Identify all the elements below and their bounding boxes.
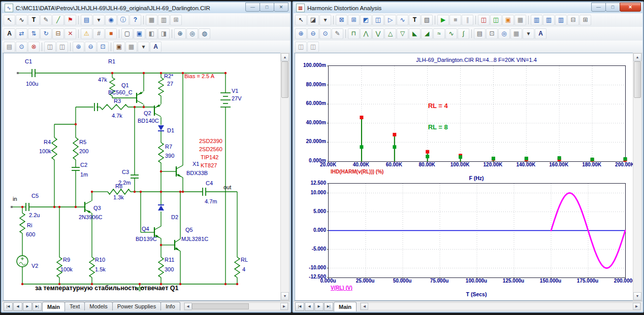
zoom-select-icon[interactable]: ⊕ bbox=[174, 28, 186, 39]
align-cursors-icon[interactable]: ▤ bbox=[474, 28, 486, 39]
font-icon[interactable]: A bbox=[535, 28, 546, 39]
scrollbar-thumb[interactable] bbox=[192, 303, 249, 309]
line-mode-icon[interactable]: ╱ bbox=[52, 15, 64, 25]
rotate-icon[interactable]: ↻ bbox=[40, 28, 52, 39]
attribute-text-icon[interactable]: A bbox=[4, 28, 15, 39]
box-region-icon[interactable]: ▣ bbox=[134, 28, 145, 39]
browse-icon[interactable]: ◉ bbox=[105, 15, 117, 25]
close-button[interactable]: ✕ bbox=[620, 3, 641, 12]
analysis-vertical-scrollbar[interactable]: ▲ ▼ bbox=[633, 53, 642, 301]
zoom-out-icon[interactable]: ⊖ bbox=[85, 42, 96, 52]
split-horizontal-icon[interactable]: ◧ bbox=[146, 28, 157, 39]
last-page-button[interactable]: ▶| bbox=[324, 302, 333, 311]
schematic-vertical-scrollbar[interactable]: ▲ ▼ bbox=[280, 53, 289, 301]
next-page-button[interactable]: ▶ bbox=[23, 302, 32, 311]
auto-scale-icon[interactable]: ◎ bbox=[498, 28, 510, 39]
slope-left-icon[interactable]: ◣ bbox=[409, 28, 421, 39]
tab-info[interactable]: Info bbox=[160, 302, 180, 310]
stop-icon[interactable]: ■ bbox=[449, 15, 461, 25]
horizontal-tag-icon[interactable]: ◫ bbox=[372, 15, 384, 25]
scrollbar-thumb[interactable] bbox=[281, 61, 288, 98]
scroll-down-icon[interactable]: ▼ bbox=[281, 292, 289, 300]
grid-toggle-icon[interactable]: # bbox=[93, 28, 105, 39]
trackers-icon[interactable]: ▥ bbox=[555, 15, 567, 25]
maximize-button[interactable]: □ bbox=[605, 3, 620, 12]
repeat-find-icon[interactable]: ◍ bbox=[199, 28, 210, 39]
keep-xy-scales-icon[interactable]: ⊡ bbox=[486, 28, 498, 39]
clipboard-icon[interactable]: ▤ bbox=[81, 15, 92, 25]
previous-page-button[interactable]: ◀ bbox=[305, 302, 314, 311]
zoom-out-icon[interactable]: ⊖ bbox=[307, 28, 319, 39]
paste-page-icon[interactable]: ◫ bbox=[56, 42, 68, 52]
low-icon[interactable]: ▽ bbox=[397, 28, 408, 39]
flip-vertical-icon[interactable]: ⇅ bbox=[28, 28, 40, 39]
border-icon[interactable]: ▥ bbox=[158, 15, 170, 25]
pause-icon[interactable]: ∥ bbox=[462, 15, 473, 25]
scroll-right-icon[interactable]: ▶ bbox=[280, 303, 288, 310]
high-icon[interactable]: △ bbox=[384, 28, 396, 39]
zoom-area-icon[interactable]: ⊡ bbox=[97, 42, 109, 52]
scroll-right-icon[interactable]: ▶ bbox=[633, 303, 640, 310]
warning-icon[interactable]: ⚠ bbox=[81, 28, 92, 39]
help-mode-icon[interactable]: ? bbox=[130, 15, 141, 25]
plus-mark-icon[interactable]: ▦ bbox=[514, 15, 526, 25]
minimize-button[interactable]: — bbox=[591, 3, 606, 12]
close-button[interactable]: ✕ bbox=[274, 3, 288, 12]
flag-mode-icon[interactable]: ⚑ bbox=[65, 15, 76, 25]
text-tool-icon[interactable]: T bbox=[409, 15, 421, 25]
zoom-in-icon[interactable]: ⊕ bbox=[73, 42, 84, 52]
graphics-mode-icon[interactable]: ✎ bbox=[40, 15, 52, 25]
info-icon[interactable]: ⓘ bbox=[117, 15, 129, 25]
new-page-icon[interactable]: ▢ bbox=[121, 28, 133, 39]
zoom-in-icon[interactable]: ⊕ bbox=[295, 28, 307, 39]
peak-icon[interactable]: ⋀ bbox=[360, 28, 372, 39]
ruler-icon[interactable]: ▣ bbox=[502, 15, 514, 25]
tab-main[interactable]: Main bbox=[42, 302, 65, 311]
mode-dropdown-icon[interactable]: ▾ bbox=[93, 15, 105, 25]
horizontal-axis-icon[interactable]: ▥ bbox=[531, 15, 542, 25]
camera-icon[interactable]: ▣ bbox=[113, 42, 125, 52]
last-page-button[interactable]: ▶| bbox=[33, 302, 42, 311]
close-page-icon[interactable]: ⊗ bbox=[28, 42, 40, 52]
data-points-icon[interactable]: ◫ bbox=[478, 15, 490, 25]
properties-icon[interactable]: ▧ bbox=[421, 15, 433, 25]
grid-icon[interactable]: ▦ bbox=[146, 15, 157, 25]
page-forward-icon[interactable]: ◫ bbox=[307, 42, 319, 52]
go-to-top-icon[interactable]: ⊓ bbox=[348, 28, 360, 39]
page-back-icon[interactable]: ◫ bbox=[295, 42, 307, 52]
copy-page-icon[interactable]: ◫ bbox=[44, 42, 56, 52]
step-box-icon[interactable]: ⊟ bbox=[52, 28, 64, 39]
schematic-canvas[interactable]: C1100uR147kQ1BC560_CR34.7kR2*27Bias = 2.… bbox=[3, 53, 281, 301]
slope-right-icon[interactable]: ◢ bbox=[421, 28, 433, 39]
vertical-axis-icon[interactable]: ▥ bbox=[543, 15, 555, 25]
flip-horizontal-icon[interactable]: ⇄ bbox=[16, 28, 27, 39]
plot-area[interactable]: JLH-69_Darlington.CIR RL=4...8 F=20K VIN… bbox=[295, 53, 633, 301]
title-block-icon[interactable]: ⊞ bbox=[170, 15, 182, 25]
color-icon[interactable]: ■ bbox=[105, 28, 117, 39]
analysis-window-titlebar[interactable]: ▦ Harmonic Distortion Analysis — □ ✕ bbox=[294, 3, 642, 13]
panel-dropdown-icon[interactable]: ▾ bbox=[138, 42, 149, 52]
run-icon[interactable]: ▶ bbox=[437, 15, 449, 25]
first-page-button[interactable]: |◀ bbox=[4, 302, 13, 311]
analysis-horizontal-scrollbar[interactable]: ◀ ▶ bbox=[360, 302, 641, 310]
text-mode-icon[interactable]: T bbox=[28, 15, 40, 25]
zoom-window-icon[interactable]: ⊙ bbox=[319, 28, 331, 39]
scale-mode-icon[interactable]: ⊠ bbox=[336, 15, 347, 25]
tab-text[interactable]: Text bbox=[65, 302, 85, 310]
scrollbar-thumb[interactable] bbox=[634, 61, 641, 98]
integral-icon[interactable]: ∫ bbox=[458, 28, 469, 39]
pages-icon[interactable]: ▤ bbox=[4, 42, 15, 52]
cursor-dropdown-icon[interactable]: ▾ bbox=[319, 15, 331, 25]
schematic-window-titlebar[interactable]: ∿ C:\MC11\DATA\Petrov\JLH\JLH-69\JLH-69_… bbox=[2, 3, 290, 13]
scroll-up-icon[interactable]: ▲ bbox=[281, 53, 289, 61]
first-page-button[interactable]: |◀ bbox=[295, 302, 304, 311]
navigate-up-icon[interactable]: ⊙ bbox=[16, 42, 27, 52]
minimize-plots-icon[interactable]: ⊟ bbox=[567, 15, 579, 25]
vertical-tag-icon[interactable]: ▷ bbox=[384, 15, 396, 25]
schematic-horizontal-scrollbar[interactable]: ◀ ▶ bbox=[184, 302, 288, 310]
waveform-icon[interactable]: ∿ bbox=[445, 28, 457, 39]
tokens-icon[interactable]: ◫ bbox=[490, 15, 502, 25]
scroll-up-icon[interactable]: ▲ bbox=[633, 53, 641, 61]
select-cursor-icon[interactable]: ↖ bbox=[295, 15, 307, 25]
scroll-left-icon[interactable]: ◀ bbox=[361, 303, 368, 310]
